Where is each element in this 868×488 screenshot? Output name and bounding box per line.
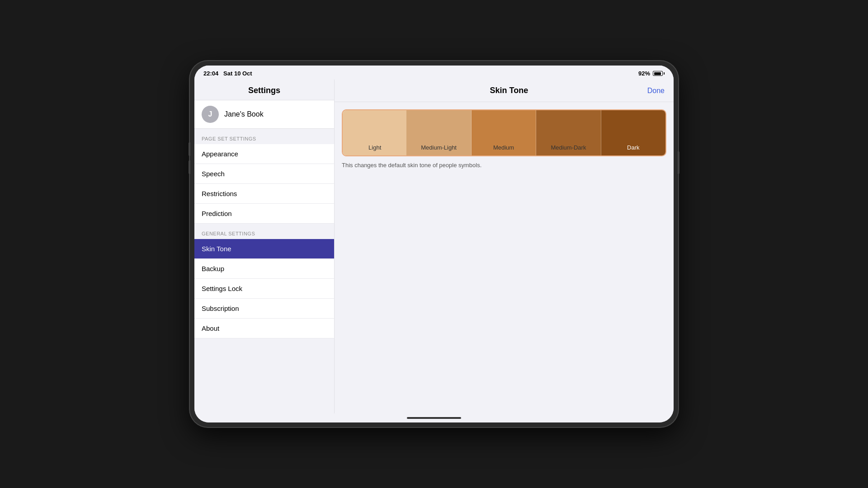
volume-up-button[interactable] (189, 142, 190, 156)
sidebar-item-prediction[interactable]: Prediction (194, 204, 334, 224)
sidebar-item-about[interactable]: About (194, 319, 334, 338)
skin-tone-dark[interactable]: Dark (601, 110, 665, 155)
sidebar: Settings J Jane's Book PAGE SET SETTINGS… (194, 80, 335, 413)
avatar: J (202, 106, 219, 123)
device-screen: 22:04 Sat 10 Oct 92% Settings (194, 66, 674, 422)
power-button[interactable] (678, 151, 679, 174)
section-header-general: GENERAL SETTINGS (194, 224, 334, 239)
battery-percent: 92% (638, 70, 650, 77)
home-bar (407, 417, 461, 419)
panel-body: Light Medium-Light Medium Medium-Dark (335, 102, 674, 413)
sidebar-title: Settings (248, 86, 280, 95)
main-content: Settings J Jane's Book PAGE SET SETTINGS… (194, 80, 674, 413)
skin-tone-medium[interactable]: Medium (472, 110, 536, 155)
skin-tone-light-label: Light (368, 144, 381, 151)
skin-tone-medium-label: Medium (493, 144, 514, 151)
panel-header: Skin Tone Done (335, 80, 674, 102)
done-button[interactable]: Done (647, 87, 665, 95)
volume-down-button[interactable] (189, 160, 190, 174)
home-indicator[interactable] (194, 413, 674, 422)
status-time-date: 22:04 Sat 10 Oct (203, 70, 252, 77)
sidebar-item-restrictions[interactable]: Restrictions (194, 184, 334, 204)
sidebar-item-settings-lock[interactable]: Settings Lock (194, 279, 334, 299)
section-header-page-set: PAGE SET SETTINGS (194, 129, 334, 144)
device-frame: 22:04 Sat 10 Oct 92% Settings (190, 61, 678, 427)
user-item[interactable]: J Jane's Book (194, 100, 334, 129)
sidebar-item-skin-tone[interactable]: Skin Tone (194, 239, 334, 259)
sidebar-header: Settings (194, 80, 334, 100)
user-name: Jane's Book (224, 110, 264, 118)
skin-tone-description: This changes the default skin tone of pe… (342, 162, 666, 169)
status-time: 22:04 (203, 70, 218, 77)
skin-tone-dark-label: Dark (627, 144, 639, 151)
battery-icon (653, 71, 665, 76)
skin-tone-medium-light-label: Medium-Light (421, 144, 457, 151)
panel-title: Skin Tone (371, 86, 647, 95)
sidebar-item-speech[interactable]: Speech (194, 164, 334, 184)
status-right: 92% (638, 70, 665, 77)
status-date: Sat 10 Oct (223, 70, 252, 77)
skin-tone-medium-light[interactable]: Medium-Light (406, 110, 471, 155)
skin-tone-grid: Light Medium-Light Medium Medium-Dark (342, 109, 666, 156)
sidebar-item-subscription[interactable]: Subscription (194, 299, 334, 319)
sidebar-item-backup[interactable]: Backup (194, 259, 334, 279)
right-panel: Skin Tone Done Light Medium-Light Medi (335, 80, 674, 413)
skin-tone-medium-dark-label: Medium-Dark (551, 144, 586, 151)
skin-tone-medium-dark[interactable]: Medium-Dark (536, 110, 601, 155)
skin-tone-light[interactable]: Light (342, 109, 407, 156)
status-bar: 22:04 Sat 10 Oct 92% (194, 66, 674, 80)
sidebar-item-appearance[interactable]: Appearance (194, 144, 334, 164)
